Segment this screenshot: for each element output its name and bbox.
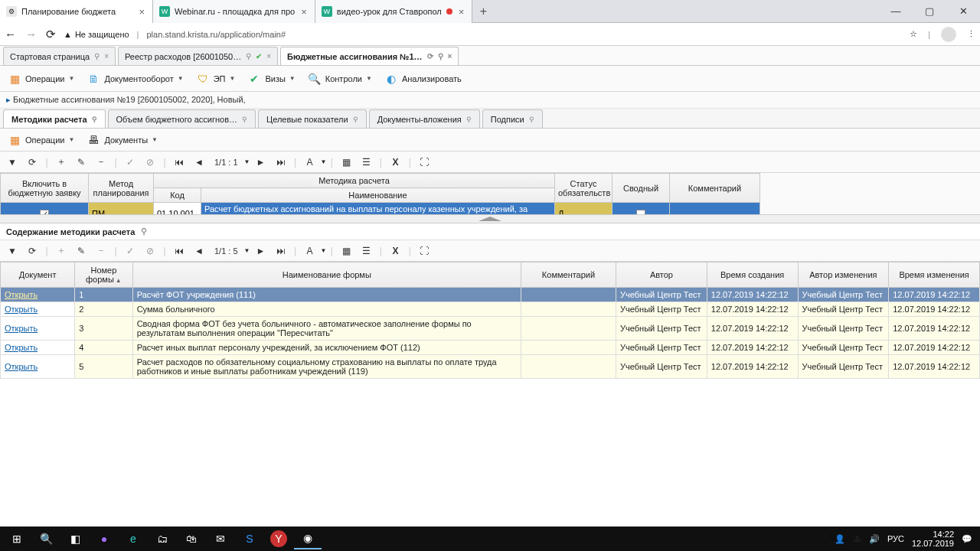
grid2-row[interactable]: Открыть1Расчёт ФОТ учреждения (111)Учебн… [1,288,980,302]
splitter[interactable] [0,214,980,223]
sort-button[interactable]: A [301,154,319,171]
col-method[interactable]: Метод планирования [89,174,154,203]
col-name[interactable]: Наименование [201,188,555,203]
last-page-button[interactable]: ⏭ [272,243,290,259]
col-created[interactable]: Время создания [707,262,798,288]
security-warning[interactable]: ▲ Не защищено [64,30,129,39]
app-tab-start[interactable]: Стартовая страница ⚲ × [3,47,116,65]
pin-icon[interactable]: ⚲ [438,52,443,60]
col-form-name[interactable]: Наименование формы [132,262,521,288]
edit-button[interactable]: ✎ [72,154,90,171]
close-icon[interactable]: × [457,6,466,18]
reload-button[interactable]: ⟳ [46,28,56,41]
col-changed[interactable]: Время изменения [889,262,980,288]
grid2-row[interactable]: Открыть2Сумма больничногоУчебный Центр Т… [1,302,980,317]
col-form-number[interactable]: Номер формы▲ [75,262,133,288]
new-tab-button[interactable]: + [472,0,494,22]
subtab-targets[interactable]: Целевые показатели⚲ [258,109,367,128]
pin-icon[interactable]: ⚲ [94,52,100,60]
browser-tab[interactable]: W видео-урок для Ставропол × [315,0,473,23]
expand-button[interactable]: ⛶ [415,243,433,259]
grid2-row[interactable]: Открыть3Сводная форма ФОТ без учета боль… [1,317,980,341]
close-icon[interactable]: × [299,6,309,18]
filter-button[interactable]: ▼ [3,154,21,171]
col-code[interactable]: Код [154,188,201,203]
col-include[interactable]: Включить в бюджетную заявку [1,174,89,203]
view-list-button[interactable]: ☰ [357,243,375,259]
add-button[interactable]: ＋ [52,243,70,259]
open-link[interactable]: Открыть [5,324,38,333]
forward-button[interactable]: → [25,28,37,41]
prev-page-button[interactable]: ◄ [190,154,208,171]
view-grid-button[interactable]: ▦ [337,243,355,259]
remove-button[interactable]: － [92,154,110,171]
refresh-button[interactable]: ⟳ [23,154,41,171]
col-svod[interactable]: Сводный [612,174,670,203]
col-comment[interactable]: Комментарий [670,174,760,203]
browser-tab[interactable]: ⚙ Планирование бюджета × [0,0,153,23]
app-tab-assignments[interactable]: Бюджетные ассигнования №1… ⟳ ⚲ × [280,47,459,65]
open-link[interactable]: Открыть [5,362,38,371]
visas-menu[interactable]: ✔Визы▼ [243,68,299,90]
profile-avatar[interactable] [941,27,956,42]
open-link[interactable]: Открыть [5,305,38,314]
add-button[interactable]: ＋ [52,154,70,171]
close-icon[interactable]: × [104,52,109,60]
svod-checkbox[interactable] [636,210,645,214]
accept-button[interactable]: ✓ [121,243,139,259]
col-document[interactable]: Документ [1,262,75,288]
col-comment[interactable]: Комментарий [521,262,616,288]
pin-icon[interactable]: ⚲ [466,116,472,123]
refresh-icon[interactable]: ⟳ [427,52,433,60]
next-page-button[interactable]: ► [252,154,270,171]
back-button[interactable]: ← [5,28,16,41]
pin-icon[interactable]: ⚲ [353,116,358,123]
grid1-row[interactable]: ПМ 01 10 001 Расчет бюджетных ассигнован… [1,203,760,215]
url-text[interactable]: plan.stand.krista.ru/application/main# [146,30,286,39]
open-link[interactable]: Открыть [5,290,38,299]
filter-button[interactable]: ▼ [3,243,21,259]
pin-icon[interactable]: ⚲ [246,52,251,60]
close-icon[interactable]: × [448,52,452,60]
maximize-button[interactable]: ▢ [913,0,946,22]
accept-button[interactable]: ✓ [121,154,139,171]
close-button[interactable]: ✕ [946,0,980,22]
operations-menu[interactable]: ▦Операции▼ [3,68,79,90]
prev-page-button[interactable]: ◄ [190,243,208,259]
subtab-attachments[interactable]: Документы-вложения⚲ [369,109,480,128]
browser-tab[interactable]: W Webinar.ru - площадка для про × [153,0,315,23]
last-page-button[interactable]: ⏭ [272,154,290,171]
reject-button[interactable]: ⊘ [141,154,159,171]
subtab-volume[interactable]: Объем бюджетного ассигнов…⚲ [108,109,256,128]
col-group-method[interactable]: Методика расчета [154,174,555,188]
app-tab-registry[interactable]: Реестр расходов [26001050… ⚲ ✔ × [118,47,278,65]
view-grid-button[interactable]: ▦ [337,154,355,171]
first-page-button[interactable]: ⏮ [170,154,188,171]
pin-icon[interactable]: ⚲ [242,116,247,123]
close-icon[interactable]: × [137,6,146,18]
refresh-button[interactable]: ⟳ [23,243,41,259]
view-list-button[interactable]: ☰ [357,154,375,171]
pin-icon[interactable]: ⚲ [92,116,97,123]
pin-icon[interactable]: ⚲ [141,227,147,236]
subtab-signs[interactable]: Подписи⚲ [482,109,543,128]
next-page-button[interactable]: ► [252,243,270,259]
reject-button[interactable]: ⊘ [141,243,159,259]
grid2-row[interactable]: Открыть5Расчет расходов по обязательному… [1,355,980,379]
star-icon[interactable]: ☆ [910,29,917,39]
sort-button[interactable]: A [301,243,319,259]
controls-menu[interactable]: 🔍Контроли▼ [303,68,377,90]
close-icon[interactable]: × [266,52,271,60]
menu-icon[interactable]: ⋮ [967,29,975,39]
clear-button[interactable]: X [386,154,404,171]
expand-button[interactable]: ⛶ [415,154,433,171]
col-change-author[interactable]: Автор изменения [798,262,889,288]
minimize-button[interactable]: — [879,0,913,22]
docflow-menu[interactable]: 🗎Документооборот▼ [82,68,188,90]
first-page-button[interactable]: ⏮ [170,243,188,259]
open-link[interactable]: Открыть [5,343,38,352]
grid2-row[interactable]: Открыть4Расчет иных выплат персоналу учр… [1,341,980,355]
edit-button[interactable]: ✎ [72,243,90,259]
subtab-methods[interactable]: Методики расчета⚲ [3,109,106,128]
remove-button[interactable]: － [92,243,110,259]
